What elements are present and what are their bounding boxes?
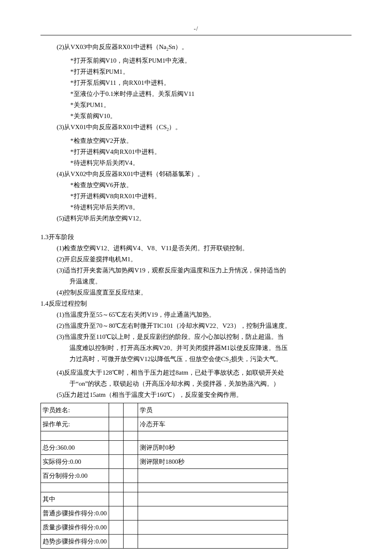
cell-blank: [109, 417, 124, 431]
section-1-4-item: (3)当温度升至110℃以上时，是反应剧烈的阶段。应小心加以控制，防止超温。当 …: [40, 331, 352, 367]
cell-quality-step-score: 质量步骤操作得分:0.00: [41, 520, 109, 535]
section-1-3-item: (1)检查放空阀V12、进料阀V4、V8、V11是否关闭。打开联锁控制。: [40, 243, 352, 254]
step-4-item: *打开进料阀V8向RX01中进料。: [40, 191, 352, 202]
cell-blank: [109, 403, 124, 417]
hanging-indent: 温度难以控制时，打开高压水阀V20。并可关闭搅拌器M1以使反应降速。当压: [57, 344, 288, 351]
text-run: (3)从VX01中向反应器RX01中进料（CS: [57, 124, 167, 130]
cell-blank: [109, 535, 124, 549]
step-3-item: *待进料完毕后关闭V4。: [40, 157, 352, 168]
step-4-title: (4)从VX02中向反应器RX01中进料（邻硝基氯苯）。: [40, 168, 352, 179]
cell-blank: [109, 520, 124, 535]
cell-blank: [124, 492, 138, 506]
table-row: 趋势步骤操作得分:0.00: [41, 535, 288, 549]
cell-blank: [41, 483, 109, 492]
cell-blank: [124, 403, 138, 417]
step-5-title: (5)进料完毕后关闭放空阀V12。: [40, 213, 352, 224]
text-run: Sn）。: [168, 43, 188, 50]
cell-blank: [109, 469, 124, 483]
cell-student-name-label: 学员姓名:: [41, 403, 109, 417]
section-1-4-title: 1.4反应过程控制: [40, 298, 352, 309]
cell-blank: [41, 431, 109, 441]
cell-trend-step-score: 趋势步骤操作得分:0.00: [41, 535, 109, 549]
step-2-item: *关泵前阀V10。: [40, 110, 352, 121]
section-1-3-item: (3)适当打开夹套蒸汽加热阀V19，观察反应釜内温度和压力上升情况，保持适当的 …: [40, 265, 352, 287]
document-body: (2)从VX03中向反应器RX01中进料（Na2Sn）。 *打开泵前阀V10，向…: [40, 41, 352, 549]
section-1-3-item: (4)控制反应温度直至反应结束。: [40, 287, 352, 298]
step-4-item: *待进料完毕后关闭V8。: [40, 202, 352, 213]
text-run: 损失，污染大气。: [231, 356, 282, 362]
cell-elapsed-time: 测评历时0秒: [138, 441, 288, 455]
cell-blank: [138, 492, 288, 506]
cell-blank: [109, 483, 124, 492]
section-1-3-title: 1.3开车阶段: [40, 231, 352, 243]
cell-blank: [124, 506, 138, 520]
cell-blank: [109, 441, 124, 455]
page-header-mark: -/: [40, 26, 352, 35]
step-2-item: *打开进料泵PUM1。: [40, 66, 352, 77]
section-1-4-item: (4)反应温度大于128℃时，相当于压力超过8atm，已处于事故状态，如联锁开关…: [40, 367, 352, 389]
cell-blank: [138, 506, 288, 520]
cell-unit-value: 冷态开车: [138, 417, 288, 431]
step-2-item: *打开泵后阀V11，向RX01中进料。: [40, 77, 352, 88]
cell-blank: [138, 535, 288, 549]
cell-blank: [124, 520, 138, 535]
cell-blank: [138, 469, 288, 483]
cell-breakdown-label: 其中: [41, 492, 109, 506]
section-1-4-item: (5)压力超过15atm（相当于温度大于160℃），反应釜安全阀作用。: [40, 389, 352, 400]
cell-blank: [124, 441, 138, 455]
text-run: (4)反应温度大于128℃时，相当于压力超过8atm，已处于事故状态，如联锁开关…: [57, 369, 284, 376]
table-row: 操作单元: 冷态开车: [41, 417, 288, 431]
section-1-4-item: (1)当温度升至55～65℃左右关闭V19，停止通蒸汽加热。: [40, 309, 352, 320]
text-run: ）。: [169, 124, 182, 130]
cell-total-score: 总分:360.00: [41, 441, 109, 455]
step-2-item: *打开泵前阀V10，向进料泵PUM1中充液。: [40, 55, 352, 66]
text-run: (3)当温度升至110℃以上时，是反应剧烈的阶段。应小心加以控制，防止超温。当: [57, 333, 284, 340]
cell-blank: [138, 520, 288, 535]
cell-blank: [109, 455, 124, 469]
table-row: 实际得分:0.00 测评限时1800秒: [41, 455, 288, 469]
cell-student-value: 学员: [138, 403, 288, 417]
cell-actual-score: 实际得分:0.00: [41, 455, 109, 469]
step-3-item: *检查放空阀V2开放。: [40, 135, 352, 146]
text-run: (2)从VX03中向反应器RX01中进料（Na: [57, 43, 166, 50]
hanging-indent: 升温速度。: [57, 278, 101, 285]
cell-blank: [138, 431, 288, 441]
table-row: 百分制得分:0.00: [41, 469, 288, 483]
table-row: 总分:360.00 测评历时0秒: [41, 441, 288, 455]
cell-blank: [124, 417, 138, 431]
table-row: 其中: [41, 492, 288, 506]
table-row: 学员姓名: 学员: [41, 403, 288, 417]
document-page: -/ (2)从VX03中向反应器RX01中进料（Na2Sn）。 *打开泵前阀V1…: [0, 0, 392, 555]
cell-percent-score: 百分制得分:0.00: [41, 469, 109, 483]
cell-blank: [109, 431, 124, 441]
step-2-item: *至液位小于0.1米时停止进料。关泵后阀V11: [40, 88, 352, 99]
text-run: (3)适当打开夹套蒸汽加热阀V19，观察反应釜内温度和压力上升情况，保持适当的: [57, 267, 286, 274]
step-2-item: *关泵PUM1。: [40, 99, 352, 110]
section-1-3-item: (2)开启反应釜搅拌电机M1。: [40, 254, 352, 265]
cell-blank: [109, 492, 124, 506]
cell-blank: [124, 483, 138, 492]
cell-blank: [138, 483, 288, 492]
cell-blank: [124, 535, 138, 549]
cell-blank: [124, 455, 138, 469]
cell-normal-step-score: 普通步骤操作得分:0.00: [41, 506, 109, 520]
step-4-item: *检查放空阀V6开放。: [40, 179, 352, 191]
step-3-item: *打开进料阀V4向RX01中进料。: [40, 146, 352, 157]
score-table: 学员姓名: 学员 操作单元: 冷态开车 总分:360.00: [40, 403, 288, 549]
hanging-indent: 力过高时，可微开放空阀V12以降低气压，但放空会使CS: [57, 356, 229, 362]
hanging-indent: 于“on”的状态，联锁起动（开高压冷却水阀，关搅拌器，关加热蒸汽阀。）: [57, 380, 280, 387]
cell-blank: [124, 469, 138, 483]
table-row: 普通步骤操作得分:0.00: [41, 506, 288, 520]
cell-blank: [109, 506, 124, 520]
step-2-title: (2)从VX03中向反应器RX01中进料（Na2Sn）。: [40, 41, 352, 55]
step-3-title: (3)从VX01中向反应器RX01中进料（CS2）。: [40, 121, 352, 135]
table-row: [41, 431, 288, 441]
table-row: 质量步骤操作得分:0.00: [41, 520, 288, 535]
cell-unit-label: 操作单元:: [41, 417, 109, 431]
cell-time-limit: 测评限时1800秒: [138, 455, 288, 469]
section-1-4-item: (2)当温度升至70～80℃左右时微开TIC101（冷却水阀V22、V23），控…: [40, 320, 352, 331]
spacer: [40, 224, 352, 231]
table-row: [41, 483, 288, 492]
cell-blank: [124, 431, 138, 441]
